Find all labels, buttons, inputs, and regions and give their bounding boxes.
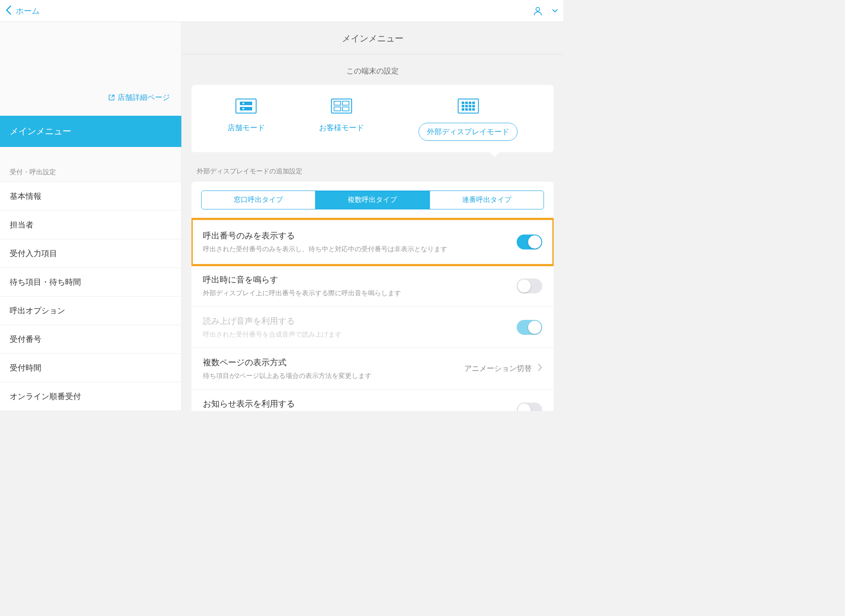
seg-multi-call[interactable]: 複数呼出タイプ [315,191,429,209]
store-detail-link-label: 店舗詳細ページ [118,92,170,103]
sidebar-item-online-queue[interactable]: オンライン順番受付 [0,382,181,411]
back-label[interactable]: ホーム [16,6,40,16]
sidebar-group-header: 受付・呼出設定 [0,147,181,182]
sidebar-item-input-items[interactable]: 受付入力項目 [0,239,181,268]
toggle-voice-readout[interactable] [517,320,542,335]
svg-rect-19 [472,105,475,108]
toggle-play-sound[interactable] [517,279,542,293]
row-use-notice-display: お知らせ表示を利用する 外部ディスプレイに任意で編集したメッセージを表示します [191,389,554,411]
svg-rect-23 [472,108,475,111]
svg-rect-14 [469,102,471,104]
svg-rect-16 [462,105,464,108]
multi-page-value: アニメーション切替 [464,363,532,374]
seg-window-call[interactable]: 窓口呼出タイプ [202,191,315,209]
sidebar-item-main-menu[interactable]: メインメニュー [0,116,181,147]
svg-point-0 [536,7,540,11]
sidebar-item-basic-info[interactable]: 基本情報 [0,182,181,210]
mode-customer[interactable]: お客様モード [319,98,364,141]
row-multi-page-display[interactable]: 複数ページの表示方式 待ち項目が2ページ以上ある場合の表示方法を変更します アニ… [191,348,554,389]
row-title: 読み上げ音声を利用する [203,315,510,327]
svg-rect-7 [334,101,341,105]
section-subtitle: この端末の設定 [182,55,563,85]
svg-rect-21 [465,108,468,111]
svg-rect-22 [469,108,471,111]
row-play-sound-on-call: 呼出時に音を鳴らす 外部ディスプレイ上に呼出番号を表示する際に呼出音を鳴らします [191,265,554,307]
svg-rect-5 [242,108,244,110]
sidebar-item-ticket-time[interactable]: 受付時間 [0,353,181,382]
row-desc: 待ち項目が2ページ以上ある場合の表示方法を変更します [203,372,457,380]
row-title: 複数ページの表示方式 [203,357,457,368]
svg-rect-13 [465,102,468,104]
sidebar-item-ticket-number[interactable]: 受付番号 [0,325,181,353]
sidebar-top: 店舗詳細ページ [0,22,181,116]
customer-mode-icon [331,98,352,114]
settings-list: 窓口呼出タイプ 複数呼出タイプ 連番呼出タイプ 呼出番号のみを表示する 呼出され… [191,182,554,411]
main: メインメニュー この端末の設定 店舗モード [182,22,563,411]
sidebar-item-call-options[interactable]: 呼出オプション [0,296,181,325]
sidebar: 店舗詳細ページ メインメニュー 受付・呼出設定 基本情報 担当者 受付入力項目 … [0,22,182,411]
svg-rect-11 [458,99,478,113]
row-title: 呼出番号のみを表示する [203,230,510,242]
external-mode-icon [458,98,479,114]
mode-selector-card: 店舗モード お客様モード [191,85,554,152]
svg-rect-12 [462,102,464,104]
svg-rect-10 [342,107,349,111]
mode-customer-label: お客様モード [319,123,364,133]
call-type-segment: 窓口呼出タイプ 複数呼出タイプ 連番呼出タイプ [201,191,544,209]
svg-rect-1 [236,99,256,113]
mode-external-label: 外部ディスプレイモード [419,123,518,141]
row-show-call-number-only: 呼出番号のみを表示する 呼出された受付番号のみを表示し、待ち中と対応中の受付番号… [191,219,554,265]
svg-rect-9 [334,107,341,111]
store-detail-link[interactable]: 店舗詳細ページ [108,92,170,103]
seg-sequential-call[interactable]: 連番呼出タイプ [430,191,544,209]
back-chevron-icon[interactable] [5,5,11,17]
row-title: 呼出時に音を鳴らす [203,274,510,286]
row-title: お知らせ表示を利用する [203,398,510,410]
mode-shop[interactable]: 店舗モード [228,98,265,141]
mode-pointer-icon [489,152,500,157]
toggle-show-call-number-only[interactable] [517,235,542,249]
svg-rect-17 [465,105,468,108]
svg-rect-2 [240,102,252,105]
mode-shop-label: 店舗モード [228,123,265,133]
list-caption: 外部ディスプレイモードの追加設定 [182,152,563,182]
row-use-voice-readout: 読み上げ音声を利用する 呼出された受付番号を合成音声で読み上げます [191,307,554,348]
chevron-right-icon [538,363,542,374]
shop-mode-icon [235,98,257,114]
svg-rect-3 [240,107,252,110]
row-desc: 呼出された受付番号を合成音声で読み上げます [203,330,510,339]
user-icon[interactable] [533,6,543,16]
call-type-segment-row: 窓口呼出タイプ 複数呼出タイプ 連番呼出タイプ [191,182,554,219]
svg-rect-20 [462,108,464,111]
mode-external[interactable]: 外部ディスプレイモード [419,98,518,141]
dropdown-caret-icon[interactable] [547,7,558,15]
svg-rect-8 [342,101,349,105]
sidebar-item-staff[interactable]: 担当者 [0,210,181,239]
svg-rect-18 [469,105,471,108]
topbar: ホーム [0,0,563,22]
toggle-notice-display[interactable] [517,403,542,411]
row-desc: 外部ディスプレイ上に呼出番号を表示する際に呼出音を鳴らします [203,289,510,297]
svg-rect-15 [472,102,475,104]
svg-rect-4 [242,103,244,104]
row-desc: 呼出された受付番号のみを表示し、待ち中と対応中の受付番号は非表示となります [203,245,510,253]
sidebar-item-wait-items[interactable]: 待ち項目・待ち時間 [0,268,181,296]
page-title: メインメニュー [182,22,563,55]
